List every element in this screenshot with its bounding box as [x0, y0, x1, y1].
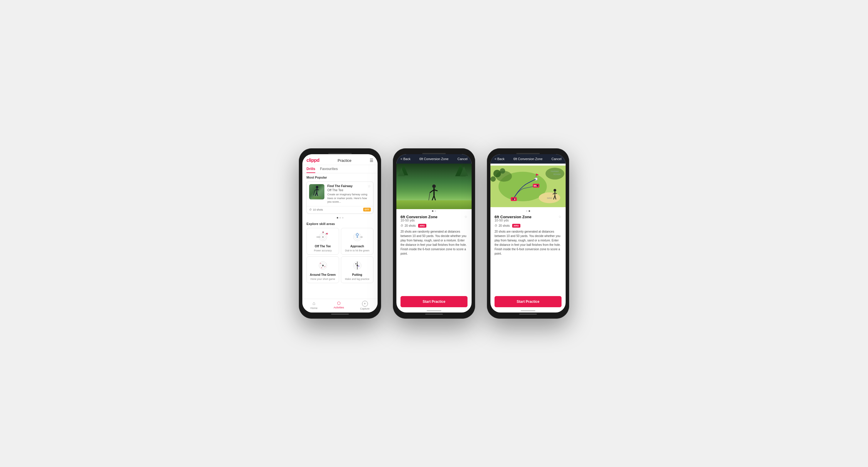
phones-container: clippd Practice ☰ Drills Favourites Most…	[299, 148, 569, 319]
clock-icon-2: ⏱	[401, 224, 403, 227]
bottom-nav: ⌂ Home ⬡ Activities + Capture	[302, 299, 378, 312]
skill-name-approach: Approach	[350, 245, 364, 248]
svg-text:SAND: SAND	[547, 197, 552, 199]
image-dots-3	[490, 209, 566, 212]
clock-icon: ⏱	[309, 208, 312, 211]
dot-2[interactable]	[339, 217, 341, 219]
tab-drills[interactable]: Drills	[307, 167, 315, 173]
cancel-button-3[interactable]: Cancel	[552, 157, 561, 161]
drill-meta-3: ⏱ 20 shots ARG	[495, 224, 561, 228]
explore-label: Explore skill areas	[307, 222, 373, 226]
svg-point-21	[357, 236, 358, 238]
image-dots-2	[396, 209, 472, 212]
shots-meta-2: ⏱ 20 shots	[401, 224, 416, 227]
shots-count-3: 20 shots	[499, 224, 510, 227]
nav-home-label: Home	[310, 307, 317, 309]
nav-capture-label: Capture	[360, 307, 370, 310]
svg-point-1	[316, 186, 318, 188]
drill-tag-2: ARG	[418, 224, 426, 228]
bookmark-3[interactable]: ☆	[558, 215, 561, 219]
header-title: Practice	[338, 158, 351, 163]
bookmark-icon[interactable]: ☆	[368, 184, 371, 188]
menu-icon[interactable]: ☰	[370, 158, 373, 163]
phone-1: clippd Practice ☰ Drills Favourites Most…	[299, 148, 381, 319]
detail-title-3: 6ft Conversion Zone	[513, 157, 542, 161]
skill-desc-ott: Power accuracy	[314, 249, 332, 252]
app-logo: clippd	[307, 158, 319, 163]
detail-content-3: 6ft Conversion Zone 10-50 yds ☆ ⏱ 20 sho…	[490, 212, 566, 296]
drill-thumbnail	[309, 184, 324, 199]
drill-footer: ⏱ 10 shots OTT	[307, 206, 373, 213]
skill-icon-approach	[350, 231, 365, 243]
shots-meta-3: ⏱ 20 shots	[495, 224, 510, 227]
dot-3[interactable]	[342, 217, 343, 219]
svg-point-55	[500, 168, 505, 174]
skill-icon-putting	[350, 259, 365, 272]
most-popular-label: Most Popular	[307, 176, 373, 179]
arg-icon	[316, 259, 330, 272]
drill-meta-2: ⏱ 20 shots ARG	[401, 224, 467, 228]
svg-point-15	[327, 233, 328, 234]
skill-name-arg: Around The Green	[310, 273, 336, 276]
golfer-svg	[312, 185, 321, 199]
activities-icon: ⬡	[337, 301, 341, 305]
drill-card-inner: Find The Fairway Off The Tee ☆ Create an…	[307, 182, 373, 206]
start-practice-button-3[interactable]: Start Practice	[495, 296, 561, 307]
ott-icon	[316, 231, 330, 243]
svg-text:ROUGH: ROUGH	[554, 173, 561, 175]
skill-approach[interactable]: Approach Dial-in to hit the green	[341, 228, 373, 255]
detail-header-2: < Back 6ft Conversion Zone Cancel	[396, 154, 472, 164]
shots-count-2: 20 shots	[405, 224, 416, 227]
nav-activities[interactable]: ⬡ Activities	[334, 301, 344, 310]
cancel-button-2[interactable]: Cancel	[458, 157, 467, 161]
phone-2-screen: < Back 6ft Conversion Zone Cancel	[396, 154, 472, 312]
svg-point-37	[355, 263, 356, 264]
svg-line-7	[313, 191, 315, 195]
drill-description-3: 20 shots are randomly generated at dista…	[495, 229, 561, 256]
skill-around-the-green[interactable]: Around The Green Hone your short game	[307, 257, 339, 283]
approach-icon	[350, 231, 364, 243]
tabs-row: Drills Favourites	[302, 165, 378, 173]
featured-drill-card[interactable]: Find The Fairway Off The Tee ☆ Create an…	[307, 181, 373, 213]
drill-tag: OTT	[363, 208, 371, 211]
svg-point-38	[358, 266, 359, 267]
skill-desc-putting: Make and lag practice	[345, 277, 369, 280]
svg-line-2	[317, 188, 317, 192]
skill-putting[interactable]: Putting Make and lag practice	[341, 257, 373, 283]
skill-off-the-tee[interactable]: Off The Tee Power accuracy	[307, 228, 339, 255]
svg-line-6	[317, 192, 318, 196]
svg-point-11	[322, 237, 323, 238]
home-indicator-2	[425, 314, 443, 314]
back-button-3[interactable]: < Back	[495, 157, 504, 161]
drill-tag-3: ARG	[512, 224, 520, 228]
skill-desc-arg: Hone your short game	[310, 277, 335, 280]
nav-home[interactable]: ⌂ Home	[310, 301, 317, 310]
skill-grid: Off The Tee Power accuracy	[307, 228, 373, 283]
capture-icon: +	[362, 301, 368, 307]
drill-thumb-golf	[309, 184, 324, 199]
tab-favourites[interactable]: Favourites	[320, 167, 338, 173]
putting-icon	[350, 259, 364, 272]
drill-title: Find The Fairway	[327, 184, 352, 188]
detail-content-2: 6ft Conversion Zone 10-50 yds ☆ ⏱ 20 sho…	[396, 212, 472, 296]
dot-1[interactable]	[337, 217, 338, 219]
start-practice-button-2[interactable]: Start Practice	[401, 296, 467, 307]
svg-point-54	[493, 170, 501, 177]
svg-point-68	[536, 185, 538, 186]
svg-line-48	[429, 193, 430, 200]
clock-icon-3: ⏱	[495, 224, 497, 227]
bookmark-2[interactable]: ☆	[464, 215, 467, 219]
svg-point-67	[513, 198, 514, 200]
phone-3-screen: < Back 6ft Conversion Zone Cancel SAND	[490, 154, 566, 312]
skill-name-ott: Off The Tee	[315, 245, 331, 248]
phone1-content: Most Popular	[302, 173, 378, 299]
drill-description: Create an imaginary fairway using trees …	[327, 193, 371, 204]
nav-activities-label: Activities	[334, 306, 344, 309]
drill-image-map: SAND FAIRWAY ROUGH	[490, 164, 566, 209]
golf-photo	[396, 164, 472, 209]
phone-2: < Back 6ft Conversion Zone Cancel	[393, 148, 475, 319]
back-button-2[interactable]: < Back	[401, 157, 410, 161]
nav-capture[interactable]: + Capture	[360, 301, 370, 310]
skill-desc-approach: Dial-in to hit the green	[345, 249, 369, 252]
detail-header-3: < Back 6ft Conversion Zone Cancel	[490, 154, 566, 164]
